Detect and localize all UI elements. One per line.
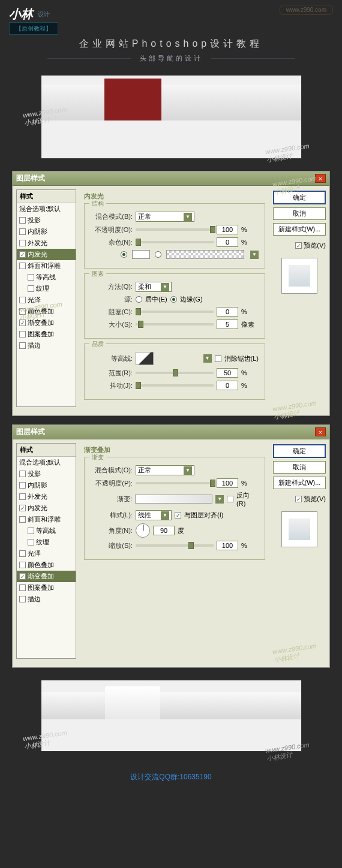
solid-color-radio[interactable] bbox=[121, 251, 127, 258]
texture-item[interactable]: 纹理 bbox=[17, 283, 76, 294]
color-overlay-item[interactable]: 颜色叠加 bbox=[17, 559, 76, 571]
style-list-header: 样式 bbox=[17, 444, 76, 457]
size-slider[interactable] bbox=[136, 323, 214, 326]
blend-options-item[interactable]: 混合选项:默认 bbox=[17, 203, 76, 215]
drop-shadow-item[interactable]: 投影 bbox=[17, 215, 76, 226]
scale-slider[interactable] bbox=[136, 544, 214, 547]
blend-mode-dropdown[interactable]: 正常▼ bbox=[136, 465, 194, 475]
panel-title: 内发光 bbox=[84, 192, 265, 201]
gradient-overlay-item[interactable]: 渐变叠加 bbox=[17, 317, 76, 328]
bevel-item[interactable]: 斜面和浮雕 bbox=[17, 514, 76, 525]
noise-input[interactable] bbox=[217, 237, 238, 247]
source-edge-radio[interactable] bbox=[170, 296, 177, 303]
gradient-radio[interactable] bbox=[155, 251, 161, 258]
inner-glow-item[interactable]: 内发光 bbox=[17, 502, 76, 514]
satin-item[interactable]: 光泽 bbox=[17, 548, 76, 559]
size-label: 大小(S): bbox=[91, 320, 133, 329]
outer-glow-item[interactable]: 外发光 bbox=[17, 237, 76, 249]
opacity-slider[interactable] bbox=[136, 228, 214, 231]
chevron-down-icon[interactable]: ▼ bbox=[215, 495, 224, 504]
color-swatch[interactable] bbox=[132, 250, 150, 259]
noise-label: 杂色(N): bbox=[91, 238, 133, 247]
opacity-slider[interactable] bbox=[136, 482, 214, 484]
scale-label: 缩放(S): bbox=[91, 541, 133, 550]
new-style-button[interactable]: 新建样式(W)... bbox=[273, 477, 326, 489]
preview-checkbox[interactable] bbox=[295, 242, 302, 249]
contour-picker[interactable] bbox=[136, 352, 154, 365]
pattern-overlay-item[interactable]: 图案叠加 bbox=[17, 328, 76, 340]
style-list: 样式 混合选项:默认 投影 内阴影 外发光 内发光 斜面和浮雕 等高线 纹理 光… bbox=[16, 443, 76, 659]
jitter-slider[interactable] bbox=[136, 384, 214, 387]
gradient-picker[interactable] bbox=[166, 250, 244, 259]
element-legend: 图素 bbox=[89, 270, 106, 278]
page-subtitle: 头部导航的设计 bbox=[140, 54, 203, 63]
chevron-down-icon[interactable]: ▼ bbox=[250, 251, 259, 259]
opacity-input[interactable] bbox=[217, 478, 238, 488]
source-label: 源: bbox=[91, 295, 133, 304]
preview-checkbox[interactable] bbox=[295, 496, 302, 502]
angle-input[interactable] bbox=[153, 526, 175, 535]
stroke-item[interactable]: 描边 bbox=[17, 593, 76, 605]
new-style-button[interactable]: 新建样式(W)... bbox=[273, 223, 326, 236]
drop-shadow-item[interactable]: 投影 bbox=[17, 468, 76, 480]
style-list: 样式 混合选项:默认 投影 内阴影 外发光 内发光 斜面和浮雕 等高线 纹理 光… bbox=[16, 189, 76, 407]
pattern-overlay-item[interactable]: 图案叠加 bbox=[17, 582, 76, 593]
chevron-down-icon[interactable]: ▼ bbox=[203, 354, 212, 363]
method-dropdown[interactable]: 柔和▼ bbox=[136, 282, 172, 292]
chevron-down-icon: ▼ bbox=[184, 466, 192, 475]
blend-options-item[interactable]: 混合选项:默认 bbox=[17, 457, 76, 468]
outer-glow-item[interactable]: 外发光 bbox=[17, 491, 76, 502]
reverse-checkbox[interactable] bbox=[227, 496, 233, 502]
choke-label: 阻塞(C): bbox=[91, 308, 133, 317]
source-center-radio[interactable] bbox=[136, 296, 142, 303]
method-label: 方法(Q): bbox=[91, 282, 133, 291]
contour-item[interactable]: 等高线 bbox=[17, 272, 76, 283]
opacity-input[interactable] bbox=[217, 225, 238, 234]
cancel-button[interactable]: 取消 bbox=[273, 207, 326, 220]
contour-label: 等高线: bbox=[91, 354, 133, 363]
align-checkbox[interactable] bbox=[175, 512, 181, 519]
style-label: 样式(L): bbox=[91, 511, 133, 520]
gradient-overlay-item[interactable]: 渐变叠加 bbox=[17, 571, 76, 582]
ok-button[interactable]: 确定 bbox=[273, 191, 326, 204]
jitter-label: 抖动(J): bbox=[91, 381, 133, 390]
angle-dial[interactable] bbox=[136, 523, 150, 538]
noise-slider[interactable] bbox=[136, 241, 214, 243]
page-title: 企业网站Photoshop设计教程 bbox=[0, 38, 342, 50]
size-input[interactable] bbox=[217, 320, 238, 329]
logo-subtitle: 设计 bbox=[38, 10, 50, 19]
cancel-button[interactable]: 取消 bbox=[273, 461, 326, 474]
inner-shadow-item[interactable]: 内阴影 bbox=[17, 480, 76, 491]
choke-input[interactable] bbox=[217, 307, 238, 317]
choke-slider[interactable] bbox=[136, 311, 214, 313]
chevron-down-icon: ▼ bbox=[184, 213, 192, 221]
contour-item[interactable]: 等高线 bbox=[17, 525, 76, 537]
dialog-title: 图层样式 bbox=[16, 173, 45, 183]
ok-button[interactable]: 确定 bbox=[273, 444, 326, 458]
range-input[interactable] bbox=[217, 368, 238, 378]
jitter-input[interactable] bbox=[217, 381, 238, 390]
bevel-item[interactable]: 斜面和浮雕 bbox=[17, 260, 76, 272]
blend-mode-label: 混合模式(B): bbox=[91, 212, 133, 221]
antialias-checkbox[interactable] bbox=[215, 355, 221, 362]
stroke-item[interactable]: 描边 bbox=[17, 340, 76, 351]
range-label: 范围(R): bbox=[91, 369, 133, 378]
inner-shadow-item[interactable]: 内阴影 bbox=[17, 226, 76, 237]
range-slider[interactable] bbox=[136, 372, 214, 374]
close-button[interactable]: × bbox=[315, 427, 326, 436]
close-button[interactable]: × bbox=[315, 174, 326, 183]
style-dropdown[interactable]: 线性▼ bbox=[136, 510, 172, 520]
texture-item[interactable]: 纹理 bbox=[17, 537, 76, 548]
preview-thumbnail bbox=[281, 258, 317, 294]
chevron-down-icon: ▼ bbox=[161, 511, 169, 520]
gradient-legend: 渐变 bbox=[89, 453, 106, 462]
scale-input[interactable] bbox=[217, 541, 238, 550]
blend-mode-dropdown[interactable]: 正常▼ bbox=[136, 212, 194, 222]
satin-item[interactable]: 光泽 bbox=[17, 294, 76, 306]
gradient-picker[interactable] bbox=[135, 495, 212, 504]
opacity-label: 不透明度(O): bbox=[91, 225, 133, 234]
color-overlay-item[interactable]: 颜色叠加 bbox=[17, 306, 76, 317]
inner-glow-item[interactable]: 内发光 bbox=[17, 249, 76, 260]
chevron-down-icon: ▼ bbox=[161, 283, 169, 291]
structure-legend: 结构 bbox=[89, 200, 106, 208]
